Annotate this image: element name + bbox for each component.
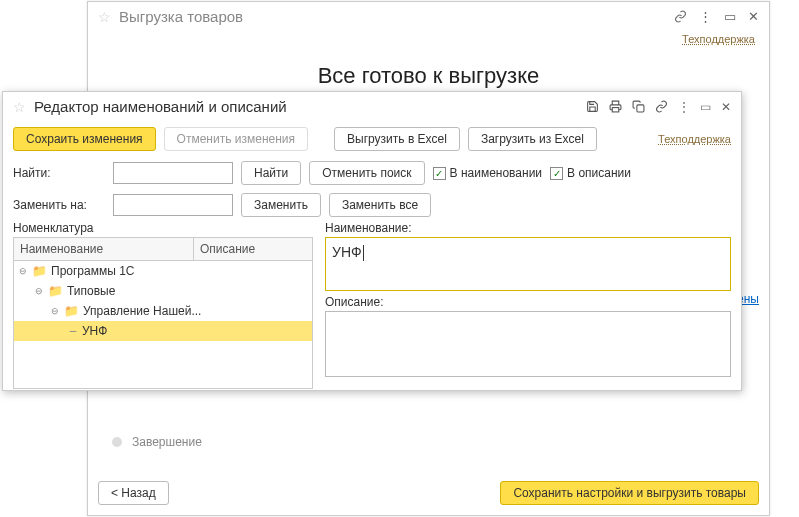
save-changes-button[interactable]: Сохраить изменения xyxy=(13,127,156,151)
collapse-icon[interactable]: ⊖ xyxy=(34,286,44,296)
replace-label: Заменить на: xyxy=(13,198,105,212)
name-value: УНФ xyxy=(332,244,362,260)
support-link-front[interactable]: Техподдержка xyxy=(658,133,731,145)
cancel-find-button[interactable]: Отменить поиск xyxy=(309,161,424,185)
support-link-back[interactable]: Техподдержка xyxy=(88,33,755,45)
editor-window: ☆ Редактор наименований и описаний ⋮ ▭ ✕… xyxy=(2,91,742,391)
in-desc-label: В описании xyxy=(567,166,631,180)
find-label: Найти: xyxy=(13,166,105,180)
check-icon: ✓ xyxy=(550,167,563,180)
item-icon: – xyxy=(68,324,78,338)
import-excel-button[interactable]: Загрузить из Excel xyxy=(468,127,597,151)
replace-row: Заменить на: Заменить Заменить все xyxy=(3,189,741,221)
print-icon[interactable] xyxy=(609,100,622,113)
check-icon: ✓ xyxy=(433,167,446,180)
tree-label: Типовые xyxy=(67,284,115,298)
ready-heading: Все готово к выгрузке xyxy=(88,63,769,89)
collapse-icon[interactable]: ⊖ xyxy=(18,266,28,276)
close-icon[interactable]: ✕ xyxy=(721,100,731,114)
replace-button[interactable]: Заменить xyxy=(241,193,321,217)
editor-title: Редактор наименований и описаний xyxy=(34,98,586,115)
tree-header: Наименование Описание xyxy=(13,237,313,261)
editor-titlebar: ☆ Редактор наименований и описаний ⋮ ▭ ✕ xyxy=(3,92,741,121)
step-done-label: Завершение xyxy=(132,435,202,449)
split-area: Номенклатура Наименование Описание ⊖ 📁 П… xyxy=(3,221,741,397)
nomenclature-label: Номенклатура xyxy=(13,221,313,235)
export-excel-button[interactable]: Выгрузить в Excel xyxy=(334,127,460,151)
name-input[interactable]: УНФ xyxy=(325,237,731,291)
favorite-icon[interactable]: ☆ xyxy=(98,9,111,25)
save-export-button[interactable]: Сохранить настройки и выгрузить товары xyxy=(500,481,759,505)
svg-rect-1 xyxy=(637,105,644,112)
back-window-title: Выгрузка товаров xyxy=(119,8,674,25)
in-name-label: В наименовании xyxy=(450,166,543,180)
desc-field-label: Описание: xyxy=(325,295,731,309)
tree-label: УНФ xyxy=(82,324,107,338)
more-icon[interactable]: ⋮ xyxy=(699,9,712,24)
maximize-icon[interactable]: ▭ xyxy=(700,100,711,114)
replace-input[interactable] xyxy=(113,194,233,216)
col-name[interactable]: Наименование xyxy=(14,238,194,260)
in-desc-checkbox[interactable]: ✓ В описании xyxy=(550,166,631,180)
folder-icon: 📁 xyxy=(64,304,79,318)
tree-label: Управление Нашей... xyxy=(83,304,201,318)
find-row: Найти: Найти Отменить поиск ✓ В наименов… xyxy=(3,157,741,189)
find-input[interactable] xyxy=(113,162,233,184)
desc-input[interactable] xyxy=(325,311,731,377)
tree-row-leaf[interactable]: – УНФ xyxy=(14,321,312,341)
nomenclature-panel: Номенклатура Наименование Описание ⊖ 📁 П… xyxy=(13,221,313,389)
maximize-icon[interactable]: ▭ xyxy=(724,9,736,24)
back-titlebar: ☆ Выгрузка товаров ⋮ ▭ ✕ xyxy=(88,2,769,31)
step-circle-icon xyxy=(112,437,122,447)
svg-rect-0 xyxy=(612,108,619,112)
tree-row-level1[interactable]: ⊖ 📁 Типовые xyxy=(14,281,312,301)
copy-icon[interactable] xyxy=(632,100,645,113)
step-done: Завершение xyxy=(112,435,202,449)
find-button[interactable]: Найти xyxy=(241,161,301,185)
in-name-checkbox[interactable]: ✓ В наименовании xyxy=(433,166,543,180)
favorite-icon[interactable]: ☆ xyxy=(13,99,26,115)
edit-panel: Наименование: УНФ Описание: xyxy=(325,221,731,389)
replace-all-button[interactable]: Заменить все xyxy=(329,193,431,217)
collapse-icon[interactable]: ⊖ xyxy=(50,306,60,316)
folder-icon: 📁 xyxy=(32,264,47,278)
save-disk-icon[interactable] xyxy=(586,100,599,113)
tree-row-root[interactable]: ⊖ 📁 Программы 1C xyxy=(14,261,312,281)
link-icon[interactable] xyxy=(655,100,668,113)
cancel-changes-button[interactable]: Отменить изменения xyxy=(164,127,308,151)
tree-body: ⊖ 📁 Программы 1C ⊖ 📁 Типовые ⊖ 📁 Управле… xyxy=(13,261,313,389)
text-cursor xyxy=(363,245,364,261)
more-icon[interactable]: ⋮ xyxy=(678,100,690,114)
back-button[interactable]: < Назад xyxy=(98,481,169,505)
back-bottom-bar: < Назад Сохранить настройки и выгрузить … xyxy=(98,481,759,505)
tree-label: Программы 1C xyxy=(51,264,135,278)
editor-toolbar: Сохраить изменения Отменить изменения Вы… xyxy=(3,121,741,157)
col-desc[interactable]: Описание xyxy=(194,238,312,260)
link-icon[interactable] xyxy=(674,10,687,23)
name-field-label: Наименование: xyxy=(325,221,731,235)
tree-row-level2[interactable]: ⊖ 📁 Управление Нашей... xyxy=(14,301,312,321)
folder-icon: 📁 xyxy=(48,284,63,298)
close-icon[interactable]: ✕ xyxy=(748,9,759,24)
